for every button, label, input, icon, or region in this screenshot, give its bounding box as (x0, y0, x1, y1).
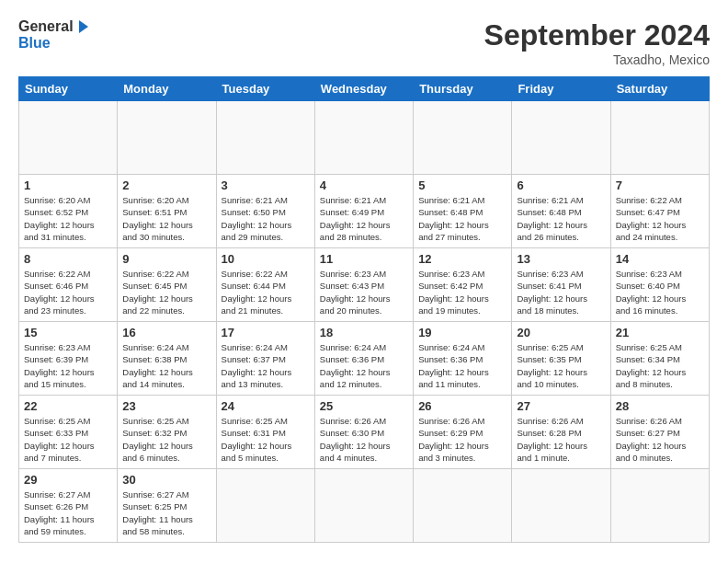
table-row (314, 101, 413, 175)
day-info: Sunrise: 6:21 AMSunset: 6:48 PMDaylight:… (517, 194, 605, 243)
calendar-week-6: 29Sunrise: 6:27 AMSunset: 6:26 PMDayligh… (19, 469, 710, 543)
table-row: 20Sunrise: 6:25 AMSunset: 6:35 PMDayligh… (512, 322, 610, 396)
table-row: 27Sunrise: 6:26 AMSunset: 6:28 PMDayligh… (512, 396, 610, 469)
calendar-week-2: 1Sunrise: 6:20 AMSunset: 6:52 PMDaylight… (19, 175, 710, 248)
header: General Blue September 2024 Taxadho, Mex… (18, 18, 710, 67)
table-row: 29Sunrise: 6:27 AMSunset: 6:26 PMDayligh… (19, 469, 118, 543)
day-info: Sunrise: 6:26 AMSunset: 6:30 PMDaylight:… (320, 415, 408, 464)
day-info: Sunrise: 6:23 AMSunset: 6:43 PMDaylight:… (320, 268, 408, 316)
day-number: 9 (122, 252, 210, 266)
table-row: 1Sunrise: 6:20 AMSunset: 6:52 PMDaylight… (19, 175, 118, 248)
day-number: 17 (222, 326, 310, 339)
table-row: 10Sunrise: 6:22 AMSunset: 6:44 PMDayligh… (216, 248, 314, 322)
table-row: 15Sunrise: 6:23 AMSunset: 6:39 PMDayligh… (19, 322, 118, 396)
day-number: 1 (24, 178, 112, 192)
table-row: 11Sunrise: 6:23 AMSunset: 6:43 PMDayligh… (314, 248, 413, 322)
day-number: 7 (616, 178, 704, 192)
col-thursday: Thursday (414, 77, 512, 101)
table-row (19, 101, 118, 175)
table-row: 9Sunrise: 6:22 AMSunset: 6:45 PMDaylight… (118, 248, 216, 322)
day-info: Sunrise: 6:21 AMSunset: 6:48 PMDaylight:… (418, 194, 506, 243)
day-number: 27 (517, 399, 605, 413)
table-row: 13Sunrise: 6:23 AMSunset: 6:41 PMDayligh… (512, 248, 610, 322)
day-info: Sunrise: 6:22 AMSunset: 6:44 PMDaylight:… (222, 268, 310, 316)
col-monday: Monday (118, 77, 216, 101)
title-block: September 2024 Taxadho, Mexico (484, 18, 710, 67)
table-row (314, 469, 413, 543)
day-info: Sunrise: 6:21 AMSunset: 6:50 PMDaylight:… (222, 194, 310, 243)
day-info: Sunrise: 6:24 AMSunset: 6:36 PMDaylight:… (320, 341, 408, 390)
day-number: 16 (122, 326, 210, 339)
table-row (610, 101, 709, 175)
day-info: Sunrise: 6:22 AMSunset: 6:46 PMDaylight:… (24, 268, 112, 316)
calendar-week-1 (19, 101, 710, 175)
logo-arrow-icon (75, 18, 92, 35)
day-number: 8 (24, 252, 112, 266)
day-info: Sunrise: 6:24 AMSunset: 6:37 PMDaylight:… (222, 341, 310, 390)
day-number: 24 (222, 399, 310, 413)
day-info: Sunrise: 6:23 AMSunset: 6:40 PMDaylight:… (616, 268, 704, 316)
day-info: Sunrise: 6:22 AMSunset: 6:47 PMDaylight:… (616, 194, 704, 243)
table-row (118, 101, 216, 175)
day-number: 25 (320, 399, 408, 413)
col-saturday: Saturday (610, 77, 709, 101)
day-number: 23 (122, 399, 210, 413)
calendar-header-row: Sunday Monday Tuesday Wednesday Thursday… (19, 77, 710, 101)
col-friday: Friday (512, 77, 610, 101)
day-info: Sunrise: 6:21 AMSunset: 6:49 PMDaylight:… (320, 194, 408, 243)
day-number: 28 (616, 399, 704, 413)
day-number: 14 (616, 252, 704, 266)
day-info: Sunrise: 6:26 AMSunset: 6:27 PMDaylight:… (616, 415, 704, 464)
table-row: 12Sunrise: 6:23 AMSunset: 6:42 PMDayligh… (414, 248, 512, 322)
day-info: Sunrise: 6:23 AMSunset: 6:39 PMDaylight:… (24, 341, 112, 390)
col-sunday: Sunday (19, 77, 118, 101)
table-row: 5Sunrise: 6:21 AMSunset: 6:48 PMDaylight… (414, 175, 512, 248)
day-number: 19 (418, 326, 506, 339)
day-info: Sunrise: 6:27 AMSunset: 6:26 PMDaylight:… (24, 488, 112, 537)
table-row: 25Sunrise: 6:26 AMSunset: 6:30 PMDayligh… (314, 396, 413, 469)
table-row: 3Sunrise: 6:21 AMSunset: 6:50 PMDaylight… (216, 175, 314, 248)
day-number: 30 (122, 473, 210, 487)
page: General Blue September 2024 Taxadho, Mex… (0, 0, 728, 552)
col-wednesday: Wednesday (314, 77, 413, 101)
table-row: 30Sunrise: 6:27 AMSunset: 6:25 PMDayligh… (118, 469, 216, 543)
day-info: Sunrise: 6:24 AMSunset: 6:38 PMDaylight:… (122, 341, 210, 390)
table-row: 21Sunrise: 6:25 AMSunset: 6:34 PMDayligh… (610, 322, 709, 396)
day-number: 13 (517, 252, 605, 266)
table-row: 14Sunrise: 6:23 AMSunset: 6:40 PMDayligh… (610, 248, 709, 322)
day-info: Sunrise: 6:27 AMSunset: 6:25 PMDaylight:… (122, 488, 210, 537)
logo-general: General (18, 18, 74, 35)
table-row (512, 469, 610, 543)
day-number: 29 (24, 473, 112, 487)
day-info: Sunrise: 6:23 AMSunset: 6:41 PMDaylight:… (517, 268, 605, 316)
calendar-week-3: 8Sunrise: 6:22 AMSunset: 6:46 PMDaylight… (19, 248, 710, 322)
day-number: 10 (222, 252, 310, 266)
day-number: 11 (320, 252, 408, 266)
day-info: Sunrise: 6:25 AMSunset: 6:31 PMDaylight:… (222, 415, 310, 464)
table-row (216, 469, 314, 543)
day-info: Sunrise: 6:25 AMSunset: 6:33 PMDaylight:… (24, 415, 112, 464)
table-row: 24Sunrise: 6:25 AMSunset: 6:31 PMDayligh… (216, 396, 314, 469)
col-tuesday: Tuesday (216, 77, 314, 101)
day-info: Sunrise: 6:20 AMSunset: 6:51 PMDaylight:… (122, 194, 210, 243)
day-number: 18 (320, 326, 408, 339)
table-row: 6Sunrise: 6:21 AMSunset: 6:48 PMDaylight… (512, 175, 610, 248)
table-row (414, 101, 512, 175)
table-row: 17Sunrise: 6:24 AMSunset: 6:37 PMDayligh… (216, 322, 314, 396)
logo-blue: Blue (18, 35, 92, 52)
table-row: 19Sunrise: 6:24 AMSunset: 6:36 PMDayligh… (414, 322, 512, 396)
day-number: 2 (122, 178, 210, 192)
logo: General Blue (18, 18, 92, 52)
month-title: September 2024 (484, 18, 710, 52)
table-row: 4Sunrise: 6:21 AMSunset: 6:49 PMDaylight… (314, 175, 413, 248)
day-info: Sunrise: 6:20 AMSunset: 6:52 PMDaylight:… (24, 194, 112, 243)
calendar-week-4: 15Sunrise: 6:23 AMSunset: 6:39 PMDayligh… (19, 322, 710, 396)
day-number: 20 (517, 326, 605, 339)
table-row: 23Sunrise: 6:25 AMSunset: 6:32 PMDayligh… (118, 396, 216, 469)
day-number: 3 (222, 178, 310, 192)
calendar-table: Sunday Monday Tuesday Wednesday Thursday… (18, 76, 710, 543)
day-number: 15 (24, 326, 112, 339)
calendar-week-5: 22Sunrise: 6:25 AMSunset: 6:33 PMDayligh… (19, 396, 710, 469)
day-number: 5 (418, 178, 506, 192)
day-info: Sunrise: 6:23 AMSunset: 6:42 PMDaylight:… (418, 268, 506, 316)
